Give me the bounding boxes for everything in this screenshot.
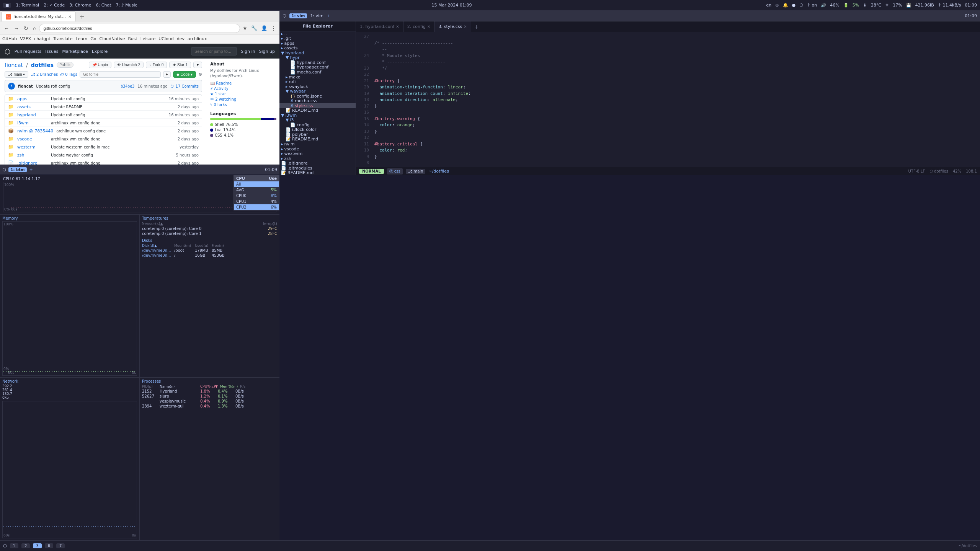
table-row[interactable]: 📁 assets Update README 2 days ago <box>5 103 202 111</box>
file-name[interactable]: nvim @ 7835440 <box>17 129 53 134</box>
star-button[interactable]: ★ Star 1 <box>169 62 191 68</box>
fe-item-config-jsonc[interactable]: {} config.jsonc <box>279 94 356 99</box>
tab-style-css[interactable]: 3. style.css ✕ <box>434 21 471 32</box>
fe-item-hyprland-conf[interactable]: 📄 hyprland.conf <box>279 60 356 65</box>
table-row[interactable]: 📁 hyprland Update rofi config 16 minutes… <box>5 111 202 119</box>
app-terminal[interactable]: 1: Terminal <box>16 3 39 8</box>
close-tab-2-button[interactable]: ✕ <box>427 24 430 29</box>
vim-new-tab-btn[interactable]: + <box>327 13 330 18</box>
fe-item-readme-hypr[interactable]: 📝 README.md <box>279 108 356 113</box>
close-tab-button[interactable]: ✕ <box>68 15 71 19</box>
settings-icon[interactable]: ⚙ <box>198 72 202 77</box>
goto-file-input[interactable] <box>80 71 161 78</box>
app-chat[interactable]: 6: Chat <box>96 3 111 8</box>
table-row[interactable]: 📁 i3wm archlinux wm config done 2 days a… <box>5 119 202 127</box>
forward-button[interactable]: → <box>12 24 21 32</box>
btm-new-tab-btn[interactable]: + <box>29 167 33 172</box>
fe-item-mocha-conf[interactable]: 📄 mocha.conf <box>279 70 356 75</box>
file-name[interactable]: hyprland <box>17 112 48 117</box>
cpu-popup-row-all[interactable]: All <box>234 181 279 187</box>
table-row[interactable]: 📄 .gitignore archlinux wm config done 2 … <box>5 159 202 165</box>
fe-item-swaylock[interactable]: ▸ swaylock <box>279 84 356 89</box>
new-tab-button[interactable]: + <box>77 13 87 20</box>
account-button[interactable]: 👤 <box>260 24 268 32</box>
cpu-popup-row-cpu0[interactable]: CPU0 8% <box>234 193 279 199</box>
bookmark-learn[interactable]: Learn <box>75 36 87 41</box>
fe-item-nvim[interactable]: ▸ nvim <box>279 142 356 147</box>
branches-count-link[interactable]: ⎇ 2 Branches <box>31 72 58 77</box>
home-button[interactable]: ⌂ <box>31 24 38 32</box>
gh-sign-in[interactable]: Sign in <box>241 49 255 54</box>
table-row[interactable]: 📁 zsh Update waybar config 5 hours ago <box>5 151 202 159</box>
fork-button[interactable]: ⑂ Fork 0 <box>146 62 167 68</box>
repo-name-link[interactable]: dotfiles <box>31 62 54 68</box>
close-tab-1-button[interactable]: ✕ <box>396 24 399 29</box>
fe-item-zsh[interactable]: ▸ zsh <box>279 156 356 161</box>
bookmark-leisure[interactable]: Leisure <box>140 36 156 41</box>
fe-item-readme-root[interactable]: 📝 README.md <box>279 170 356 175</box>
file-name[interactable]: vscode <box>17 137 48 142</box>
workspace-3[interactable]: 3 <box>33 543 41 548</box>
unpin-button[interactable]: 📌 Unpin <box>89 62 111 68</box>
commit-hash[interactable]: b34be3 <box>121 84 134 88</box>
fe-item-i3[interactable]: ▼ i3 <box>279 118 356 123</box>
gh-sign-up[interactable]: Sign up <box>259 49 275 54</box>
bookmark-rust[interactable]: Rust <box>128 36 137 41</box>
tab-config[interactable]: 2. config ✕ <box>403 21 435 32</box>
watching-link[interactable]: 👁 2 watching <box>210 97 276 101</box>
fe-item-rofi[interactable]: ▸ rofi <box>279 79 356 84</box>
activity-link[interactable]: ⚡ Activity <box>210 86 276 91</box>
menu-button[interactable]: ⋮ <box>270 24 277 32</box>
cpu-popup-row-cpu1[interactable]: CPU1 4% <box>234 199 279 204</box>
tags-count-link[interactable]: 🏷 0 Tags <box>60 72 77 77</box>
gh-nav-pulls[interactable]: Pull requests <box>15 49 42 54</box>
file-name[interactable]: wezterm <box>17 145 48 150</box>
table-row[interactable]: 📦 nvim @ 7835440 archlinux wm config don… <box>5 127 202 135</box>
gh-nav-explore[interactable]: Explore <box>92 49 108 54</box>
bookmark-go[interactable]: Go <box>90 36 96 41</box>
fe-item-wezterm[interactable]: ▸ wezterm <box>279 151 356 156</box>
star-options-button[interactable]: ▾ <box>193 62 202 68</box>
file-name[interactable]: assets <box>17 104 48 109</box>
file-name[interactable]: .gitignore <box>17 161 48 165</box>
back-button[interactable]: ← <box>2 24 11 32</box>
fe-item-i3wm[interactable]: ▼ i3wm <box>279 113 356 118</box>
table-row[interactable]: 📁 wezterm Update wezterm config in mac y… <box>5 143 202 151</box>
extensions-button[interactable]: 🔧 <box>250 24 258 32</box>
bookmark-v2ex[interactable]: V2EX <box>20 36 31 41</box>
forks-link[interactable]: ⑂ 0 forks <box>210 103 276 107</box>
bookmark-ucloud[interactable]: UCloud <box>158 36 173 41</box>
file-name[interactable]: i3wm <box>17 121 48 126</box>
app-code[interactable]: 2: ✓ Code <box>44 3 65 8</box>
gh-nav-issues[interactable]: Issues <box>45 49 58 54</box>
fe-item-mako[interactable]: ▸ mako <box>279 75 356 80</box>
bookmark-archlinux[interactable]: archlinux <box>188 36 207 41</box>
gh-nav-marketplace[interactable]: Marketplace <box>62 49 88 54</box>
active-tab[interactable]: 🐙 fioncat/dotfiles: My dot... ✕ <box>2 11 76 21</box>
reload-button[interactable]: ↻ <box>22 24 30 32</box>
bookmark-dev[interactable]: dev <box>177 36 185 41</box>
app-music[interactable]: 7: ♪ Music <box>116 3 137 8</box>
fe-item-gitignore[interactable]: 📄 .gitignore <box>279 161 356 166</box>
file-name[interactable]: apps <box>17 96 48 101</box>
bookmark-cloudnative[interactable]: CloudNative <box>99 36 125 41</box>
table-row[interactable]: 📁 apps Update rofi config 16 minutes ago <box>5 95 202 103</box>
new-tab-button[interactable]: + <box>471 24 482 30</box>
app-chrome[interactable]: 3: Chrome <box>69 3 91 8</box>
fe-item-readme-i3[interactable]: 📝 README.md <box>279 137 356 142</box>
fe-item-hyprpaper-conf[interactable]: 📄 hyprpaper.conf <box>279 65 356 70</box>
code-button[interactable]: ◆ Code ▾ <box>173 71 196 78</box>
fe-item-hyprland[interactable]: ▼ hyprland <box>279 51 356 55</box>
repo-owner-link[interactable]: fioncat <box>5 62 23 68</box>
fe-item-waybar[interactable]: ▼ waybar <box>279 89 356 94</box>
fe-item-style-css[interactable]: # style.css <box>279 103 356 108</box>
unwatch-button[interactable]: 👁 Unwatch 2 <box>114 62 144 68</box>
file-name[interactable]: zsh <box>17 153 48 158</box>
fe-item-polybar[interactable]: 📄 polybar <box>279 132 356 137</box>
fe-item-dotdot[interactable]: ▸ .. <box>279 31 356 36</box>
tab-hyprland-conf[interactable]: 1. hyprland.conf ✕ <box>356 21 403 32</box>
workspace-2[interactable]: 2 <box>21 543 30 548</box>
fe-item-mocha-css[interactable]: # mocha.css <box>279 98 356 103</box>
bookmark-star-button[interactable]: ★ <box>242 24 248 32</box>
gh-search-input[interactable] <box>191 47 237 55</box>
